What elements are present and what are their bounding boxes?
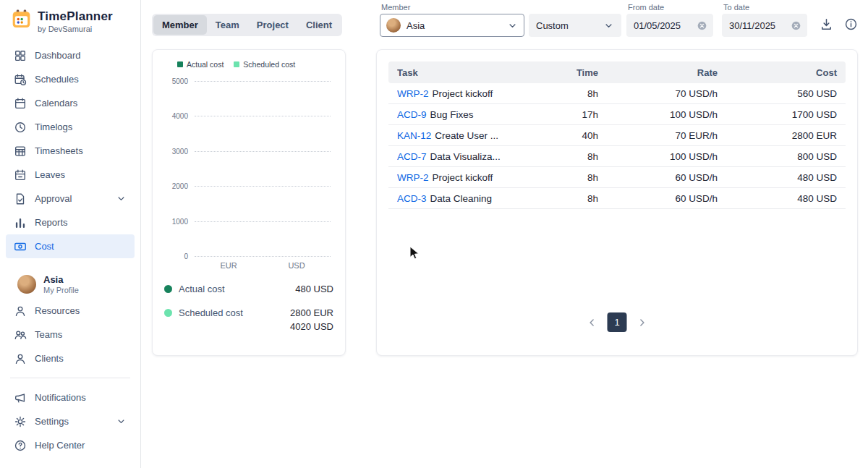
sidebar-item-timesheets[interactable]: Timesheets xyxy=(6,139,135,163)
sidebar-item-label: Leaves xyxy=(35,169,65,180)
sidebar: TimePlanner by DevSamurai Dashboard Sche… xyxy=(0,0,141,468)
task-id-link[interactable]: WRP-2 xyxy=(397,88,429,99)
task-time: 17h xyxy=(522,109,598,120)
table-row[interactable]: WRP-2Project kickoff 8h 60 USD/h 480 USD xyxy=(388,167,846,188)
dashboard-icon xyxy=(14,49,27,62)
task-id-link[interactable]: KAN-12 xyxy=(397,130,431,141)
sidebar-item-notifications[interactable]: Notifications xyxy=(6,386,135,409)
task-name: Project kickoff xyxy=(433,172,493,183)
to-date-value: 30/11/2025 xyxy=(729,20,775,31)
summary-actual-cost: Actual cost 480 USD xyxy=(164,283,333,297)
sidebar-item-label: Reports xyxy=(35,217,68,228)
task-time: 8h xyxy=(522,193,598,204)
sidebar-item-timelogs[interactable]: Timelogs xyxy=(6,115,135,139)
col-header-rate: Rate xyxy=(598,67,718,78)
sidebar-item-reports[interactable]: Reports xyxy=(6,210,135,234)
task-id-link[interactable]: ACD-3 xyxy=(397,193,427,204)
legend-scheduled-cost[interactable]: Scheduled cost xyxy=(234,60,295,69)
table-row[interactable]: ACD-7Data Visualiza... 8h 100 USD/h 800 … xyxy=(388,146,846,167)
x-tick-usd: USD xyxy=(288,261,305,270)
leave-calendar-icon xyxy=(14,169,27,182)
prev-page-button[interactable] xyxy=(584,315,600,331)
table-row[interactable]: KAN-12Create User ... 40h 70 EUR/h 2800 … xyxy=(388,125,846,146)
clock-icon xyxy=(14,121,27,134)
download-button[interactable] xyxy=(816,15,836,35)
tab-project[interactable]: Project xyxy=(248,15,297,35)
task-id-link[interactable]: ACD-7 xyxy=(397,151,427,162)
sidebar-item-schedules[interactable]: Schedules xyxy=(6,67,135,91)
col-header-task: Task xyxy=(397,67,522,78)
y-tick-label: 3000 xyxy=(172,148,188,156)
table-row[interactable]: ACD-3Data Cleaning 8h 60 USD/h 480 USD xyxy=(388,188,846,209)
sidebar-item-teams[interactable]: Teams xyxy=(6,323,135,346)
sidebar-nav: Dashboard Schedules Calendars Timelogs T… xyxy=(0,38,140,370)
help-icon xyxy=(14,439,27,452)
member-select-value: Asia xyxy=(407,20,425,31)
sidebar-item-cost[interactable]: Cost xyxy=(6,234,135,258)
download-icon xyxy=(820,17,833,34)
sidebar-item-resources[interactable]: Resources xyxy=(6,299,135,323)
current-page[interactable]: 1 xyxy=(608,312,627,332)
member-select[interactable]: Asia xyxy=(380,14,524,37)
sidebar-item-label: Dashboard xyxy=(35,50,81,61)
task-name: Data Visualiza... xyxy=(430,151,501,162)
sidebar-item-approval[interactable]: Approval xyxy=(6,187,135,210)
clear-to-date-icon[interactable] xyxy=(791,20,801,31)
sidebar-item-leaves[interactable]: Leaves xyxy=(6,163,135,187)
task-name: Project kickoff xyxy=(433,88,493,99)
info-button[interactable] xyxy=(841,15,861,35)
to-date-input[interactable]: 30/11/2025 xyxy=(722,14,807,37)
date-range-select[interactable]: Custom xyxy=(529,14,621,37)
approval-doc-icon xyxy=(14,192,27,205)
table-row[interactable]: ACD-9Bug Fixes 17h 100 USD/h 1700 USD xyxy=(388,104,846,125)
scheduled-cost-swatch xyxy=(234,61,239,67)
app-logo-row[interactable]: TimePlanner by DevSamurai xyxy=(0,0,140,38)
gear-icon xyxy=(14,415,27,428)
bar-chart: 0 1000 2000 3000 4000 5000 xyxy=(195,82,331,257)
task-cost: 560 USD xyxy=(718,88,837,99)
legend-actual-cost[interactable]: Actual cost xyxy=(177,60,224,69)
sidebar-item-clients[interactable]: Clients xyxy=(6,346,135,370)
sidebar-item-label: Timelogs xyxy=(35,122,72,132)
report-type-tabs: Member Team Project Client xyxy=(152,14,342,36)
y-tick-label: 5000 xyxy=(172,77,188,85)
task-time: 40h xyxy=(522,130,598,141)
sidebar-item-label: Calendars xyxy=(35,98,77,109)
sidebar-item-calendars[interactable]: Calendars xyxy=(6,91,135,115)
people-icon xyxy=(14,328,27,341)
legend-label: Scheduled cost xyxy=(243,60,295,69)
chart-legend: Actual cost Scheduled cost xyxy=(164,60,333,69)
table-header-row: Task Time Rate Cost xyxy=(388,61,846,83)
chevron-down-icon xyxy=(116,193,129,204)
y-tick-label: 1000 xyxy=(172,218,188,226)
chevron-down-icon xyxy=(116,416,129,427)
tab-member[interactable]: Member xyxy=(153,15,207,35)
bar-chart-icon xyxy=(14,216,27,229)
sidebar-item-label: Timesheets xyxy=(35,145,83,156)
table-row[interactable]: WRP-2Project kickoff 8h 70 USD/h 560 USD xyxy=(388,83,846,104)
summary-value: 4020 USD xyxy=(290,320,333,334)
tab-client[interactable]: Client xyxy=(297,15,341,35)
task-cost: 480 USD xyxy=(718,172,837,183)
sidebar-item-dashboard[interactable]: Dashboard xyxy=(6,43,135,67)
avatar xyxy=(17,275,36,294)
sidebar-item-help-center[interactable]: Help Center xyxy=(6,433,135,457)
clear-from-date-icon[interactable] xyxy=(697,20,707,31)
sidebar-profile[interactable]: Asia My Profile xyxy=(12,273,129,296)
y-tick-label: 4000 xyxy=(172,112,188,120)
next-page-button[interactable] xyxy=(634,315,650,331)
x-tick-eur: EUR xyxy=(220,261,237,270)
tab-team[interactable]: Team xyxy=(207,15,248,35)
task-id-link[interactable]: WRP-2 xyxy=(397,172,429,183)
from-date-input[interactable]: 01/05/2025 xyxy=(626,14,713,37)
sidebar-item-settings[interactable]: Settings xyxy=(6,409,135,433)
task-id-link[interactable]: ACD-9 xyxy=(397,109,427,120)
task-rate: 100 USD/h xyxy=(598,151,718,162)
actual-cost-swatch xyxy=(177,61,183,67)
summary-label: Actual cost xyxy=(179,283,225,294)
task-rate: 100 USD/h xyxy=(598,109,718,120)
sidebar-item-label: Approval xyxy=(35,193,72,204)
megaphone-icon xyxy=(14,391,27,404)
task-name: Bug Fixes xyxy=(430,109,474,120)
bar-groups xyxy=(195,82,331,257)
